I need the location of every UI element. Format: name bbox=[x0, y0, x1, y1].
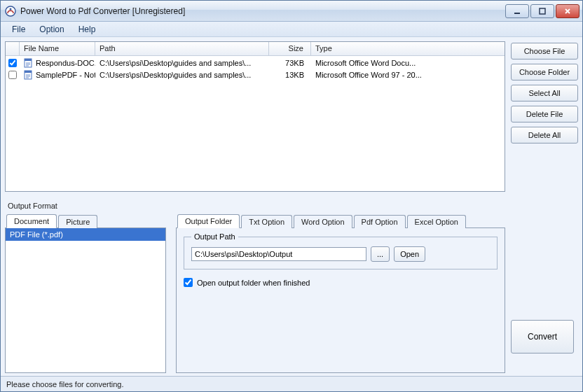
file-type: Microsoft Office Word Docu... bbox=[311, 59, 505, 67]
file-type: Microsoft Office Word 97 - 20... bbox=[311, 71, 505, 79]
svg-rect-2 bbox=[514, 13, 520, 14]
browse-button[interactable]: ... bbox=[371, 246, 390, 262]
menu-file[interactable]: File bbox=[5, 23, 32, 36]
action-buttons: Choose File Choose Folder Select All Del… bbox=[511, 41, 578, 192]
format-list[interactable]: PDF File (*.pdf) bbox=[5, 228, 166, 373]
format-entry-pdf[interactable]: PDF File (*.pdf) bbox=[6, 228, 165, 241]
statusbar: Please choose files for converting. bbox=[1, 376, 582, 391]
close-button[interactable] bbox=[556, 4, 579, 18]
output-format-box: Document Picture PDF File (*.pdf) bbox=[5, 213, 166, 373]
open-when-finished-label: Open output folder when finished bbox=[197, 279, 310, 287]
app-icon bbox=[5, 6, 16, 17]
file-path: C:\Users\psi\Desktop\guides and samples\… bbox=[95, 59, 269, 67]
file-list-header: File Name Path Size Type bbox=[6, 42, 505, 56]
output-tab-body: Output Path ... Open Open output folder … bbox=[176, 228, 505, 373]
svg-rect-5 bbox=[25, 59, 32, 61]
col-checkbox[interactable] bbox=[6, 42, 20, 55]
delete-file-button[interactable]: Delete File bbox=[511, 106, 578, 122]
file-path: C:\Users\psi\Desktop\guides and samples\… bbox=[95, 71, 269, 79]
output-options-box: Output Folder Txt Option Word Option Pdf… bbox=[176, 213, 505, 373]
file-list-body: Respondus-DOC... C:\Users\psi\Desktop\gu… bbox=[6, 56, 505, 81]
word-doc-icon bbox=[24, 58, 34, 68]
tab-excel-option[interactable]: Excel Option bbox=[407, 215, 466, 228]
content-area: File Name Path Size Type Respondus-DOC..… bbox=[1, 37, 582, 373]
choose-file-button[interactable]: Choose File bbox=[511, 43, 578, 59]
tab-output-folder[interactable]: Output Folder bbox=[177, 214, 240, 228]
open-button[interactable]: Open bbox=[394, 246, 425, 262]
convert-button[interactable]: Convert bbox=[511, 320, 574, 354]
status-text: Please choose files for converting. bbox=[6, 380, 124, 388]
file-size: 13KB bbox=[269, 71, 311, 79]
choose-folder-button[interactable]: Choose Folder bbox=[511, 64, 578, 80]
output-tabstrip: Output Folder Txt Option Word Option Pdf… bbox=[176, 213, 505, 228]
titlebar: Power Word to Pdf Converter [Unregistere… bbox=[1, 1, 582, 22]
format-tabstrip: Document Picture bbox=[5, 213, 166, 228]
file-list[interactable]: File Name Path Size Type Respondus-DOC..… bbox=[5, 41, 505, 192]
table-row[interactable]: SamplePDF - Not... C:\Users\psi\Desktop\… bbox=[6, 69, 505, 80]
file-name: SamplePDF - Not... bbox=[36, 71, 95, 79]
tab-pdf-option[interactable]: Pdf Option bbox=[354, 215, 406, 228]
output-path-legend: Output Path bbox=[191, 232, 238, 241]
maximize-button[interactable] bbox=[530, 4, 554, 18]
tab-word-option[interactable]: Word Option bbox=[294, 215, 352, 228]
minimize-button[interactable] bbox=[505, 4, 529, 18]
open-when-finished-row: Open output folder when finished bbox=[184, 278, 498, 287]
file-size: 73KB bbox=[269, 59, 311, 67]
app-window: Power Word to Pdf Converter [Unregistere… bbox=[0, 0, 583, 392]
svg-rect-3 bbox=[540, 8, 545, 14]
output-path-input[interactable] bbox=[191, 247, 366, 261]
col-type[interactable]: Type bbox=[311, 42, 505, 55]
table-row[interactable]: Respondus-DOC... C:\Users\psi\Desktop\gu… bbox=[6, 57, 505, 69]
tab-picture[interactable]: Picture bbox=[58, 215, 97, 228]
delete-all-button[interactable]: Delete All bbox=[511, 127, 578, 144]
menubar: File Option Help bbox=[1, 22, 582, 37]
output-format-label: Output Format bbox=[8, 202, 578, 210]
row-checkbox[interactable] bbox=[8, 59, 17, 67]
upper-row: File Name Path Size Type Respondus-DOC..… bbox=[5, 41, 578, 192]
tab-document[interactable]: Document bbox=[6, 214, 57, 228]
tab-txt-option[interactable]: Txt Option bbox=[241, 215, 292, 228]
menu-option[interactable]: Option bbox=[32, 23, 71, 36]
output-path-group: Output Path ... Open bbox=[184, 232, 498, 270]
row-checkbox[interactable] bbox=[8, 71, 17, 79]
open-when-finished-checkbox[interactable] bbox=[184, 278, 193, 287]
select-all-button[interactable]: Select All bbox=[511, 85, 578, 102]
svg-rect-7 bbox=[25, 71, 32, 73]
file-name: Respondus-DOC... bbox=[36, 59, 95, 67]
word-doc-icon bbox=[24, 70, 34, 80]
window-title: Power Word to Pdf Converter [Unregistere… bbox=[20, 6, 185, 16]
svg-point-1 bbox=[10, 8, 12, 10]
lower-area: Output Format Document Picture PDF File … bbox=[5, 202, 578, 373]
col-size[interactable]: Size bbox=[269, 42, 311, 55]
window-controls bbox=[505, 4, 579, 18]
menu-help[interactable]: Help bbox=[71, 23, 103, 36]
col-path[interactable]: Path bbox=[95, 42, 269, 55]
col-filename[interactable]: File Name bbox=[20, 42, 95, 55]
